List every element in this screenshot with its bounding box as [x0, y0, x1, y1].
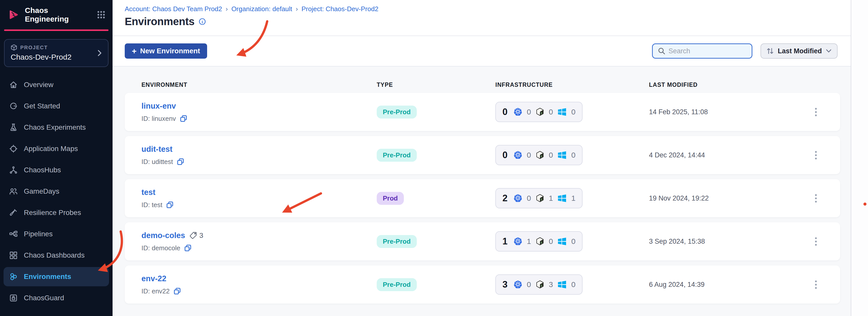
sidebar-item-gamedays[interactable]: GameDays [4, 182, 109, 201]
search-input[interactable] [669, 47, 747, 55]
environment-name-link[interactable]: udit-test [142, 145, 173, 154]
page-header: Account: Chaos Dev Team Prod2 › Organiza… [113, 0, 851, 36]
linux-count: 0 [549, 151, 553, 160]
sort-selected-value: Last Modified [778, 47, 822, 55]
environment-name-link[interactable]: env-22 [142, 274, 166, 283]
infrastructure-summary[interactable]: 0 0 $ [495, 145, 583, 165]
sidebar-item-label: Chaos Dashboards [24, 251, 85, 259]
scrollbar-gutter[interactable] [851, 0, 868, 316]
linux-icon: $ [536, 194, 544, 203]
last-modified-value: 14 Feb 2025, 11:08 [649, 108, 708, 116]
app-title: Chaos Engineering [25, 6, 92, 23]
infrastructure-summary[interactable]: 0 0 $ [495, 102, 583, 122]
lock-icon [9, 294, 18, 302]
infrastructure-summary[interactable]: 1 1 $ [495, 231, 583, 252]
windows-icon [557, 194, 566, 202]
column-header-infrastructure: INFRASTRUCTURE [495, 82, 649, 88]
app-window: Chaos Engineering PROJE [0, 0, 868, 316]
environment-row[interactable]: env-22 ID: env22 Pre-Prod 3 [125, 265, 840, 304]
sidebar-item-chaos-dashboards[interactable]: Chaos Dashboards [4, 246, 109, 265]
sort-dropdown[interactable]: Last Modified [761, 44, 838, 59]
breadcrumb-account[interactable]: Account: Chaos Dev Team Prod2 [125, 5, 222, 13]
breadcrumb-separator: › [226, 5, 228, 13]
sidebar-item-environments[interactable]: Environments [4, 267, 109, 286]
target-icon [9, 144, 18, 153]
chevron-right-icon [97, 50, 102, 56]
copy-icon[interactable] [174, 288, 181, 295]
brand-row: Chaos Engineering [0, 0, 113, 29]
flask-icon [9, 123, 18, 132]
environment-name-link[interactable]: linux-env [142, 102, 176, 111]
linux-count: 3 [549, 280, 553, 289]
sidebar-item-get-started[interactable]: Get Started [4, 96, 109, 116]
environment-row[interactable]: demo-coles 3 ID: democole [125, 222, 840, 260]
infrastructure-summary[interactable]: 3 0 $ [495, 275, 583, 295]
column-header-type: TYPE [377, 82, 495, 88]
info-icon[interactable] [198, 18, 206, 25]
environment-name-link[interactable]: demo-coles [142, 231, 185, 240]
windows-count: 0 [571, 151, 576, 160]
windows-icon [557, 151, 566, 159]
project-selector[interactable]: PROJECT Chaos-Dev-Prod2 [4, 39, 108, 67]
breadcrumb: Account: Chaos Dev Team Prod2 › Organiza… [125, 5, 839, 13]
copy-icon[interactable] [177, 158, 184, 165]
sort-arrows-icon [767, 47, 774, 55]
svg-text:$: $ [540, 154, 542, 158]
type-badge: Pre-Prod [377, 278, 417, 291]
breadcrumb-separator: › [296, 5, 298, 13]
breadcrumb-project[interactable]: Project: Chaos-Dev-Prod2 [302, 5, 378, 13]
pipeline-icon [9, 230, 18, 238]
environment-row[interactable]: test ID: test Prod 2 [125, 179, 840, 217]
environment-row[interactable]: linux-env ID: linuxenv Pre-Prod 0 [125, 93, 840, 131]
copy-icon[interactable] [184, 245, 191, 252]
new-environment-button[interactable]: + New Environment [125, 44, 207, 59]
last-modified-value: 4 Dec 2024, 14:44 [649, 151, 705, 159]
plus-icon: + [132, 47, 137, 55]
row-menu-button[interactable] [813, 279, 819, 291]
last-modified-value: 3 Sep 2024, 15:38 [649, 237, 705, 246]
test-tube-icon [9, 208, 18, 217]
windows-count: 0 [571, 108, 576, 116]
environment-name-link[interactable]: test [142, 188, 155, 197]
get-started-icon [9, 102, 18, 110]
linux-icon: $ [536, 108, 544, 116]
infrastructure-total: 0 [502, 150, 507, 161]
sidebar-item-chaoshubs[interactable]: ChaosHubs [4, 161, 109, 180]
breadcrumb-organization[interactable]: Organization: default [231, 5, 292, 13]
module-grid-icon[interactable] [97, 10, 105, 19]
row-menu-button[interactable] [813, 235, 819, 248]
environment-id: ID: udittest [142, 158, 173, 166]
sidebar-item-label: Pipelines [24, 230, 53, 238]
tag-icon [189, 231, 197, 239]
environment-id: ID: linuxenv [142, 115, 176, 123]
sidebar-item-label: Application Maps [24, 145, 78, 153]
sidebar-item-overview[interactable]: Overview [4, 75, 109, 94]
row-menu-button[interactable] [813, 149, 819, 162]
sidebar-item-application-maps[interactable]: Application Maps [4, 139, 109, 159]
infrastructure-total: 2 [502, 193, 507, 204]
sidebar-item-label: Overview [24, 81, 54, 89]
project-label: PROJECT [20, 45, 48, 51]
svg-text:$: $ [540, 111, 542, 115]
sidebar-item-resilience-probes[interactable]: Resilience Probes [4, 203, 109, 222]
sidebar-nav: OverviewGet StartedChaos ExperimentsAppl… [0, 74, 113, 309]
sidebar-item-label: GameDays [24, 187, 59, 196]
environment-row[interactable]: udit-test ID: udittest Pre-Prod 0 [125, 136, 840, 174]
brand-accent-bar [4, 29, 108, 31]
copy-icon[interactable] [180, 115, 187, 122]
kubernetes-count: 1 [527, 237, 531, 246]
last-modified-value: 19 Nov 2024, 19:22 [649, 194, 709, 202]
copy-icon[interactable] [166, 201, 174, 208]
row-menu-button[interactable] [813, 106, 819, 118]
sidebar-item-pipelines[interactable]: Pipelines [4, 224, 109, 244]
sidebar-item-chaos-experiments[interactable]: Chaos Experiments [4, 118, 109, 137]
sidebar-item-chaosguard[interactable]: ChaosGuard [4, 288, 109, 308]
kubernetes-count: 0 [527, 194, 531, 203]
dashboard-icon [9, 251, 18, 260]
environment-id: ID: test [142, 201, 162, 209]
row-menu-button[interactable] [813, 192, 819, 205]
infrastructure-summary[interactable]: 2 0 $ [495, 188, 583, 208]
linux-icon: $ [536, 280, 544, 289]
kubernetes-icon [514, 280, 522, 289]
hexagons-icon [9, 272, 18, 281]
